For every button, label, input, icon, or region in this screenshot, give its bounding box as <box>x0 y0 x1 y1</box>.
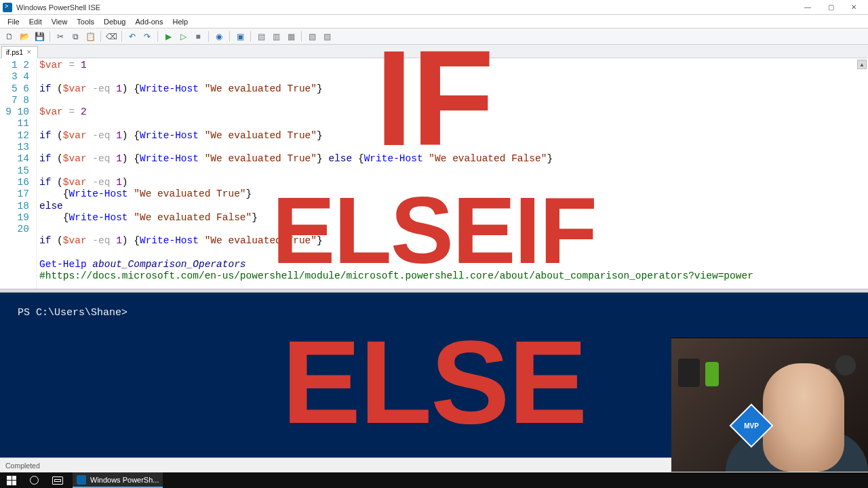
code-line: else <box>39 201 865 212</box>
redo-icon[interactable]: ↷ <box>140 30 154 43</box>
cortana-button[interactable] <box>26 472 43 488</box>
new-remote-icon[interactable]: ▣ <box>233 30 247 43</box>
tab-close-icon[interactable]: ✕ <box>26 49 32 56</box>
code-line: $var = 1 <box>39 60 865 71</box>
line-number-gutter: 1 2 3 4 5 6 7 8 9 10 11 12 13 14 15 16 1… <box>0 58 37 289</box>
code-line <box>39 142 865 153</box>
toolbar-separator <box>301 31 302 42</box>
minimize-button[interactable]: — <box>796 1 819 14</box>
taskbar: Windows PowerSh... <box>0 472 868 488</box>
remote-icon[interactable]: ◉ <box>212 30 226 43</box>
tab-label: if.ps1 <box>6 48 23 56</box>
titlebar: Windows PowerShell ISE — ▢ ✕ <box>0 0 868 15</box>
layout1-icon[interactable]: ▤ <box>254 30 268 43</box>
code-line <box>39 283 865 289</box>
save-icon[interactable]: 💾 <box>33 30 46 43</box>
menubar: FileEditViewToolsDebugAdd-onsHelp <box>0 15 868 28</box>
code-line: if ($var -eq 1) <box>39 177 865 188</box>
console-prompt: PS C:\Users\Shane> <box>18 307 127 319</box>
stop-icon[interactable]: ■ <box>191 30 205 43</box>
menu-edit[interactable]: Edit <box>24 16 47 27</box>
toolbar-separator <box>100 31 101 42</box>
code-line: $var = 2 <box>39 106 865 118</box>
code-line <box>39 224 865 235</box>
scroll-up-icon[interactable]: ▲ <box>857 60 867 69</box>
toolbar-separator <box>250 31 251 42</box>
code-line: Get-Help about_Comparison_Operators <box>39 259 865 270</box>
run-script-icon[interactable]: ▶ <box>161 30 175 43</box>
toolbar-separator <box>121 31 122 42</box>
menu-debug[interactable]: Debug <box>99 16 130 27</box>
run-selection-icon[interactable]: ▷ <box>176 30 190 43</box>
code-line <box>39 118 865 129</box>
script-editor[interactable]: 1 2 3 4 5 6 7 8 9 10 11 12 13 14 15 16 1… <box>0 58 868 289</box>
windows-logo-icon <box>7 476 16 485</box>
start-button[interactable] <box>3 472 20 488</box>
paste-icon[interactable]: 📋 <box>83 30 97 43</box>
open-file-icon[interactable]: 📂 <box>18 30 31 43</box>
code-line: if ($var -eq 1) {Write-Host "We evaluate… <box>39 235 865 247</box>
menu-tools[interactable]: Tools <box>72 16 99 27</box>
layout2-icon[interactable]: ▥ <box>269 30 283 43</box>
code-line: #https://docs.microsoft.com/en-us/powers… <box>39 270 865 282</box>
code-line: {Write-Host "We evaluated False"} <box>39 212 865 224</box>
taskbar-app-label: Windows PowerSh... <box>90 476 159 484</box>
powershell-icon <box>77 475 86 485</box>
show-script-icon[interactable]: ▨ <box>320 30 334 43</box>
copy-icon[interactable]: ⧉ <box>68 30 82 43</box>
layout3-icon[interactable]: ▦ <box>284 30 298 43</box>
window-title: Windows PowerShell ISE <box>16 3 100 12</box>
circle-icon <box>30 476 39 485</box>
code-line: {Write-Host "We evaluated True"} <box>39 188 865 200</box>
menu-file[interactable]: File <box>3 16 24 27</box>
tabstrip: if.ps1 ✕ <box>0 45 868 58</box>
maximize-button[interactable]: ▢ <box>819 1 842 14</box>
new-file-icon[interactable]: 🗋 <box>3 30 16 43</box>
cut-icon[interactable]: ✂ <box>54 30 67 43</box>
toolbar-separator <box>50 31 50 42</box>
code-line <box>39 95 865 106</box>
code-line: if ($var -eq 1) {Write-Host "We evaluate… <box>39 130 865 142</box>
show-commands-icon[interactable]: ▧ <box>305 30 319 43</box>
code-line: if ($var -eq 1) {Write-Host "We evaluate… <box>39 83 865 95</box>
toolbar: 🗋📂💾✂⧉📋⌫↶↷▶▷■◉▣▤▥▦▧▨ <box>0 28 868 45</box>
status-text: Completed <box>5 462 40 470</box>
menu-help[interactable]: Help <box>167 16 193 27</box>
webcam-overlay: MVP <box>671 338 868 472</box>
app-icon <box>3 3 12 12</box>
tab-if-ps1[interactable]: if.ps1 ✕ <box>1 46 38 58</box>
undo-icon[interactable]: ↶ <box>125 30 139 43</box>
code-line: if ($var -eq 1) {Write-Host "We evaluate… <box>39 153 865 165</box>
taskview-button[interactable] <box>48 472 67 488</box>
code-line <box>39 247 865 259</box>
toolbar-separator <box>157 31 158 42</box>
close-button[interactable]: ✕ <box>842 1 865 14</box>
toolbar-separator <box>208 31 209 42</box>
menu-view[interactable]: View <box>47 16 73 27</box>
toolbar-separator <box>229 31 230 42</box>
taskbar-app-powershell[interactable]: Windows PowerSh... <box>73 472 163 488</box>
taskview-icon <box>52 476 63 485</box>
code-line <box>39 165 865 177</box>
menu-add-ons[interactable]: Add-ons <box>130 16 167 27</box>
code-area[interactable]: $var = 1 if ($var -eq 1) {Write-Host "We… <box>37 58 868 289</box>
code-line <box>39 71 865 83</box>
clear-icon[interactable]: ⌫ <box>104 30 118 43</box>
